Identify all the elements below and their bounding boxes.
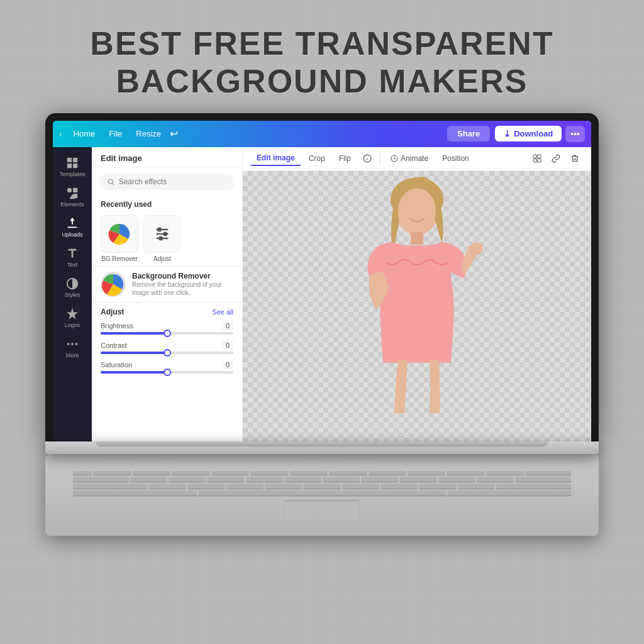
sidebar-templates-label: Templates bbox=[59, 171, 85, 177]
toolbar-magic-button[interactable] bbox=[528, 150, 546, 167]
sidebar-more-label: More bbox=[66, 352, 79, 358]
nav-resize[interactable]: Resize bbox=[130, 126, 167, 141]
effect-card-bg-remover[interactable]: BG Remover bbox=[101, 215, 138, 262]
effect-card-adjust[interactable]: Adjust bbox=[143, 215, 181, 262]
more-options-button[interactable]: ••• bbox=[565, 126, 585, 142]
toolbar-animate[interactable]: Animate bbox=[384, 152, 435, 165]
page-headline: BEST FREE TRANSPARENT BACKGROUND MAKERS bbox=[90, 25, 553, 101]
bg-remover-section-icon bbox=[101, 272, 126, 297]
saturation-fill bbox=[101, 371, 167, 374]
adjust-thumb[interactable] bbox=[143, 215, 181, 253]
svg-point-35 bbox=[470, 242, 483, 255]
svg-point-18 bbox=[158, 228, 161, 231]
brightness-fill bbox=[101, 332, 167, 335]
search-box[interactable] bbox=[99, 174, 235, 190]
sidebar-item-elements[interactable]: Elements bbox=[55, 182, 89, 211]
edit-image-header: Edit image bbox=[92, 147, 242, 167]
editor-area: Templates Elements bbox=[53, 147, 591, 441]
saturation-thumb[interactable] bbox=[164, 369, 171, 376]
sidebar-styles-label: Styles bbox=[65, 292, 80, 298]
laptop-container: ‹ Home File Resize ↩ Share ⤓ Download ••… bbox=[45, 113, 599, 536]
trash-icon bbox=[570, 154, 579, 163]
saturation-value: 0 bbox=[222, 360, 233, 369]
brightness-thumb[interactable] bbox=[164, 330, 171, 337]
sidebar-icons: Templates Elements bbox=[53, 147, 92, 441]
toolbar-trash-button[interactable] bbox=[566, 150, 584, 167]
svg-rect-28 bbox=[533, 159, 536, 162]
svg-point-12 bbox=[108, 179, 113, 183]
toolbar-flip[interactable]: Flip bbox=[333, 152, 357, 165]
bg-remover-description: Remove the background of your image with… bbox=[132, 280, 233, 297]
nav-back-button[interactable]: ‹ bbox=[59, 129, 62, 139]
uploads-icon bbox=[65, 216, 79, 230]
download-button[interactable]: ⤓ Download bbox=[495, 126, 562, 142]
woman-figure bbox=[348, 174, 486, 438]
toolbar-crop[interactable]: Crop bbox=[303, 152, 331, 165]
share-button[interactable]: Share bbox=[447, 126, 490, 142]
adjust-label: Adjust bbox=[153, 255, 171, 262]
svg-rect-27 bbox=[538, 155, 541, 158]
nav-home[interactable]: Home bbox=[67, 126, 102, 141]
contrast-label: Contrast bbox=[101, 341, 127, 349]
animate-icon bbox=[391, 155, 398, 162]
saturation-slider-row: Saturation 0 bbox=[101, 360, 233, 374]
svg-rect-5 bbox=[73, 187, 77, 192]
saturation-label: Saturation bbox=[101, 361, 132, 369]
brightness-slider-row: Brightness 0 bbox=[101, 321, 233, 335]
sidebar-item-uploads[interactable]: Uploads bbox=[55, 213, 89, 242]
elements-icon bbox=[65, 186, 79, 200]
svg-point-20 bbox=[159, 236, 162, 240]
bg-remover-icon bbox=[108, 223, 131, 245]
svg-point-19 bbox=[164, 232, 167, 235]
nav-undo-button[interactable]: ↩ bbox=[170, 128, 178, 140]
link-icon bbox=[552, 154, 560, 163]
sidebar-item-styles[interactable]: Styles bbox=[55, 273, 89, 302]
grid-icon bbox=[65, 156, 79, 170]
svg-rect-0 bbox=[67, 157, 72, 162]
styles-icon bbox=[65, 277, 79, 291]
adjust-section: Adjust See all Brightness 0 bbox=[92, 303, 242, 385]
laptop-base bbox=[45, 441, 599, 454]
canvas-area bbox=[243, 171, 591, 441]
saturation-track[interactable] bbox=[101, 371, 233, 374]
svg-point-4 bbox=[67, 187, 72, 192]
svg-rect-7 bbox=[73, 194, 77, 198]
svg-rect-3 bbox=[73, 164, 77, 168]
adjust-header: Adjust See all bbox=[101, 308, 233, 316]
bg-remover-pie-icon bbox=[101, 272, 126, 297]
nav-file[interactable]: File bbox=[103, 126, 128, 141]
bg-remover-section[interactable]: Background Remover Remove the background… bbox=[92, 266, 242, 303]
recently-used-label: Recently used bbox=[92, 196, 242, 211]
bg-remover-thumb[interactable] bbox=[101, 215, 138, 253]
secondary-toolbar: Edit image Crop Flip bbox=[243, 147, 591, 171]
brightness-track[interactable] bbox=[101, 332, 233, 335]
svg-rect-2 bbox=[67, 164, 72, 168]
contrast-fill bbox=[101, 352, 167, 354]
brightness-value: 0 bbox=[222, 321, 233, 330]
contrast-value: 0 bbox=[222, 341, 233, 350]
laptop-keyboard bbox=[45, 454, 599, 536]
toolbar-info[interactable] bbox=[358, 150, 376, 167]
top-navigation: ‹ Home File Resize ↩ Share ⤓ Download ••… bbox=[53, 121, 591, 147]
sidebar-item-text[interactable]: Text bbox=[55, 243, 89, 272]
info-icon bbox=[363, 154, 372, 163]
toolbar-divider-1 bbox=[380, 152, 380, 165]
contrast-thumb[interactable] bbox=[164, 349, 171, 357]
contrast-track[interactable] bbox=[101, 352, 233, 354]
sidebar-logos-label: Logos bbox=[65, 322, 80, 328]
sidebar-item-more[interactable]: More bbox=[55, 333, 89, 362]
sidebar-item-logos[interactable]: Logos bbox=[55, 303, 89, 332]
sidebar-item-templates[interactable]: Templates bbox=[55, 152, 89, 181]
svg-point-10 bbox=[71, 343, 74, 345]
sidebar-text-label: Text bbox=[67, 262, 78, 268]
sidebar-uploads-label: Uploads bbox=[62, 231, 82, 238]
toolbar-position[interactable]: Position bbox=[436, 152, 475, 165]
svg-rect-29 bbox=[538, 159, 541, 162]
bg-remover-title: Background Remover bbox=[132, 272, 233, 280]
search-input[interactable] bbox=[119, 177, 227, 186]
toolbar-link-button[interactable] bbox=[547, 150, 565, 167]
toolbar-edit-image[interactable]: Edit image bbox=[250, 151, 301, 166]
svg-point-33 bbox=[398, 188, 436, 233]
trackpad bbox=[284, 500, 360, 519]
see-all-link[interactable]: See all bbox=[212, 308, 233, 316]
